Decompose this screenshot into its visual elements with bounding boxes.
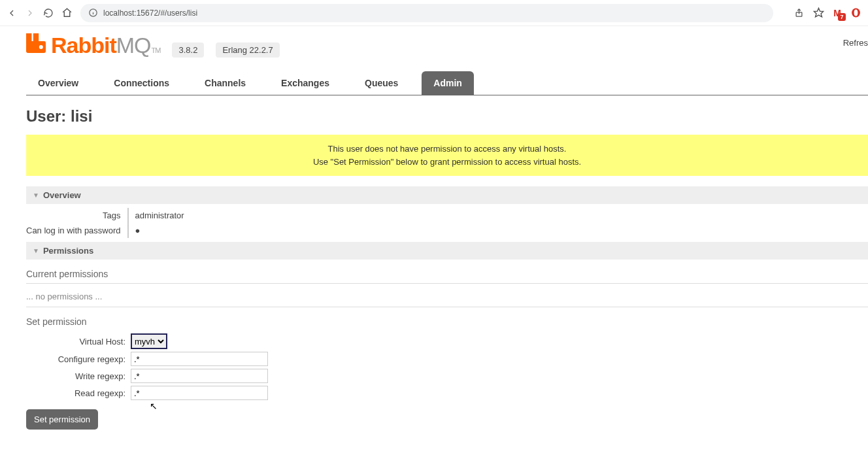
site-info-icon[interactable] (88, 8, 98, 18)
login-value: ● (128, 223, 191, 238)
url-text: localhost:15672/#/users/lisi (103, 8, 197, 18)
configure-regexp-label: Configure regexp: (26, 354, 131, 364)
read-regexp-label: Read regexp: (26, 388, 131, 398)
browser-chrome: localhost:15672/#/users/lisi M 7 (0, 0, 868, 26)
gmail-extension-icon[interactable]: M 7 (833, 8, 841, 18)
logo-text-rabbit: Rabbit (51, 33, 116, 58)
forward-button[interactable] (25, 8, 35, 18)
no-permissions-text: ... no permissions ... (26, 286, 868, 307)
chevron-down-icon: ▼ (33, 247, 39, 254)
tab-connections[interactable]: Connections (102, 71, 181, 95)
opera-extension-icon[interactable] (850, 7, 861, 18)
home-button[interactable] (61, 7, 73, 18)
overview-table: Tags administrator Can log in with passw… (26, 208, 191, 238)
set-permission-button[interactable]: Set permission (26, 409, 98, 430)
tab-queues[interactable]: Queues (353, 71, 410, 95)
chevron-down-icon: ▼ (33, 192, 39, 199)
svg-marker-4 (814, 8, 824, 16)
section-permissions-header[interactable]: ▼ Permissions (26, 242, 868, 260)
svg-point-6 (854, 10, 858, 16)
refresh-label: Refres (843, 38, 868, 48)
write-regexp-input[interactable] (131, 369, 268, 383)
virtual-host-select[interactable]: myvh (131, 333, 167, 349)
main-tabs: Overview Connections Channels Exchanges … (26, 71, 868, 95)
rabbitmq-logo[interactable]: RabbitMQTM (26, 33, 160, 58)
set-permission-heading: Set permission (26, 316, 868, 331)
tab-exchanges[interactable]: Exchanges (269, 71, 341, 95)
login-label: Can log in with password (26, 223, 128, 238)
write-regexp-label: Write regexp: (26, 371, 131, 381)
virtual-host-label: Virtual Host: (26, 337, 131, 347)
tab-channels[interactable]: Channels (193, 71, 258, 95)
erlang-badge: Erlang 22.2.7 (216, 42, 279, 58)
configure-regexp-input[interactable] (131, 352, 268, 366)
back-button[interactable] (7, 8, 17, 18)
section-overview-header[interactable]: ▼ Overview (26, 186, 868, 204)
tab-overview[interactable]: Overview (26, 71, 90, 95)
tags-label: Tags (26, 208, 128, 223)
gmail-badge: 7 (838, 13, 846, 21)
current-permissions-heading: Current permissions (26, 269, 868, 284)
read-regexp-input[interactable] (131, 386, 268, 400)
tags-value: administrator (128, 208, 191, 223)
share-icon[interactable] (794, 8, 804, 18)
version-badge: 3.8.2 (172, 42, 204, 58)
mouse-cursor-icon: ↖ (150, 401, 158, 411)
reload-button[interactable] (43, 8, 54, 18)
banner-line-2: Use "Set Permission" below to grant perm… (313, 157, 581, 167)
logo-text-tm: TM (152, 46, 161, 54)
rabbitmq-logo-icon (26, 33, 46, 53)
svg-point-10 (39, 45, 43, 49)
banner-line-1: This user does not have permission to ac… (328, 144, 567, 154)
page-title: User: lisi (26, 107, 868, 126)
bookmark-star-icon[interactable] (813, 7, 824, 18)
warning-banner: This user does not have permission to ac… (26, 135, 868, 176)
app-header: RabbitMQTM 3.8.2 Erlang 22.2.7 (26, 33, 868, 58)
address-bar[interactable]: localhost:15672/#/users/lisi (80, 4, 773, 22)
tab-admin[interactable]: Admin (422, 71, 474, 95)
section-permissions-title: Permissions (43, 246, 93, 256)
logo-text-mq: MQ (116, 33, 151, 58)
section-overview-title: Overview (43, 190, 81, 200)
